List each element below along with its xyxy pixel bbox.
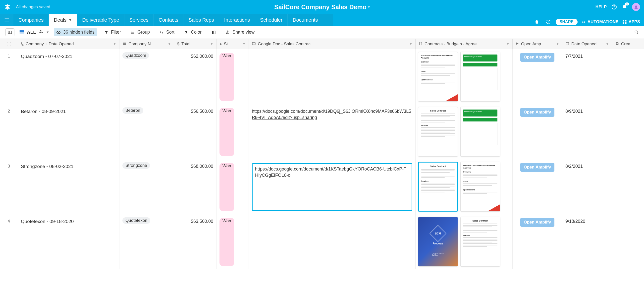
- cell-attachments[interactable]: Sales Contract Services Machine Consulta…: [416, 159, 512, 214]
- automations-button[interactable]: AUTOMATIONS: [581, 20, 618, 24]
- app-logo-icon[interactable]: [4, 4, 11, 10]
- cell-date-opened[interactable]: 8/2/2021: [562, 159, 612, 214]
- cell-date-opened[interactable]: 9/18/2020: [562, 214, 612, 269]
- column-menu-icon[interactable]: ▼: [113, 42, 116, 46]
- open-amplify-button[interactable]: Open Amplify: [520, 163, 555, 172]
- company-pill[interactable]: Betaron: [122, 107, 143, 114]
- cell-status[interactable]: Won: [216, 49, 249, 104]
- cell-amplify[interactable]: Open Amplify: [512, 214, 562, 269]
- company-pill[interactable]: Quotetexon: [122, 217, 150, 224]
- cell-total[interactable]: $63,500.00: [174, 214, 216, 269]
- cell-created[interactable]: [612, 104, 642, 159]
- base-title-dropdown-icon[interactable]: ▾: [368, 5, 370, 9]
- row-number-cell[interactable]: 3: [0, 159, 18, 214]
- tab-companies[interactable]: Companies: [14, 14, 49, 26]
- cell-google-doc[interactable]: [249, 214, 416, 269]
- cell-status[interactable]: Won: [216, 159, 249, 214]
- column-menu-icon[interactable]: ▼: [556, 42, 559, 46]
- notifications-button[interactable]: 1: [622, 4, 628, 10]
- row-number-cell[interactable]: 4: [0, 214, 18, 269]
- cell-status[interactable]: Won: [216, 214, 249, 269]
- tab-deliverable-type[interactable]: Deliverable Type: [77, 14, 124, 26]
- open-amplify-button[interactable]: Open Amplify: [520, 53, 555, 62]
- table-row[interactable]: 3 Strongzone - 08-02-2021 Strongzone $68…: [0, 159, 644, 214]
- column-menu-icon[interactable]: ▼: [409, 42, 412, 46]
- tab-deals[interactable]: Deals▼: [49, 14, 77, 26]
- table-row[interactable]: 2 Betaron - 08-09-2021 Betaron $56,500.0…: [0, 104, 644, 159]
- column-header-company-date[interactable]: fx Company + Date Opened ▼: [18, 39, 120, 49]
- tab-contacts[interactable]: Contacts: [154, 14, 184, 26]
- cell-google-doc[interactable]: [249, 49, 416, 104]
- cell-attachments[interactable]: SCM Proposal PROPOSED BYSailCore Sales C…: [416, 214, 512, 269]
- row-number-cell[interactable]: 2: [0, 104, 18, 159]
- history-icon[interactable]: [544, 18, 552, 26]
- column-menu-icon[interactable]: ▼: [242, 42, 246, 46]
- select-all-checkbox-cell[interactable]: [0, 39, 18, 49]
- company-pill[interactable]: Quadzoom: [122, 52, 149, 59]
- column-header-status[interactable]: ● St... ▼: [216, 39, 249, 49]
- google-doc-link[interactable]: https://docs.google.com/document/d/1KSTa…: [255, 166, 406, 178]
- cell-created[interactable]: [612, 49, 642, 104]
- tab-sales-reps[interactable]: Sales Reps: [184, 14, 219, 26]
- tab-services[interactable]: Services: [124, 14, 154, 26]
- column-header-total[interactable]: $ Total ... ▼: [174, 39, 216, 49]
- grid-body[interactable]: 1 Quadzoom - 07-07-2021 Quadzoom $62,000…: [0, 49, 644, 287]
- cell-company-date[interactable]: Betaron - 08-09-2021: [18, 104, 120, 159]
- cell-status[interactable]: Won: [216, 104, 249, 159]
- cell-company-date[interactable]: Strongzone - 08-02-2021: [18, 159, 120, 214]
- tab-scheduler[interactable]: Scheduler: [255, 14, 288, 26]
- cell-date-opened[interactable]: 8/9/2021: [562, 104, 612, 159]
- cell-total[interactable]: $68,000.00: [174, 159, 216, 214]
- attachment-thumbnail[interactable]: Sales Contract Services: [418, 107, 458, 156]
- cell-total[interactable]: $56,500.00: [174, 104, 216, 159]
- cell-attachments[interactable]: Machine Consultation and Market Analysis…: [416, 49, 512, 104]
- add-table-button[interactable]: [323, 14, 333, 26]
- row-number-cell[interactable]: 1: [0, 49, 18, 104]
- column-menu-icon[interactable]: ▼: [506, 42, 510, 46]
- trash-icon[interactable]: [533, 18, 541, 26]
- collaborators-icon[interactable]: [38, 29, 44, 35]
- column-menu-icon[interactable]: ▼: [606, 42, 609, 46]
- tab-interactions[interactable]: Interactions: [219, 14, 255, 26]
- cell-company-name[interactable]: Betaron: [120, 104, 174, 159]
- main-menu-button[interactable]: [0, 14, 14, 26]
- base-title[interactable]: SailCore Company Sales Demo: [274, 4, 366, 11]
- cell-total[interactable]: $62,000.00: [174, 49, 216, 104]
- table-row[interactable]: 4 Quotetexon - 09-18-2020 Quotetexon $63…: [0, 214, 644, 269]
- user-avatar[interactable]: [632, 3, 640, 11]
- toggle-sidebar-button[interactable]: [6, 28, 14, 36]
- cell-amplify[interactable]: Open Amplify: [512, 49, 562, 104]
- attachment-thumbnail[interactable]: Annual Budget Tracker: [460, 52, 500, 102]
- attachment-thumbnail[interactable]: Machine Consultation and Market Analysis…: [418, 52, 458, 102]
- tab-documents[interactable]: Documents: [288, 14, 323, 26]
- attachment-thumbnail[interactable]: Machine Consultation and Market Analysis…: [460, 162, 500, 212]
- cell-company-name[interactable]: Quadzoom: [120, 49, 174, 104]
- filter-button[interactable]: Filter: [102, 28, 124, 36]
- help-icon[interactable]: [611, 4, 617, 10]
- cell-company-name[interactable]: Strongzone: [120, 159, 174, 214]
- column-header-contracts[interactable]: Contracts - Budgets - Agree... ▼: [416, 39, 512, 49]
- cell-created[interactable]: [612, 214, 642, 269]
- attachment-thumbnail[interactable]: SCM Proposal PROPOSED BYSailCore: [418, 217, 458, 266]
- cell-company-name[interactable]: Quotetexon: [120, 214, 174, 269]
- hidden-fields-button[interactable]: 36 hidden fields: [54, 28, 97, 36]
- open-amplify-button[interactable]: Open Amplify: [520, 218, 555, 227]
- cell-google-doc[interactable]: https://docs.google.com/document/d/1KSTa…: [249, 159, 416, 214]
- share-button[interactable]: SHARE: [556, 19, 578, 25]
- cell-created[interactable]: [612, 159, 642, 214]
- attachment-thumbnail[interactable]: Sales Contract Services: [418, 162, 458, 212]
- column-header-amplify[interactable]: Open Amp... ▼: [512, 39, 562, 49]
- select-all-checkbox[interactable]: [7, 42, 11, 46]
- column-menu-icon[interactable]: ▼: [168, 42, 171, 46]
- sort-button[interactable]: Sort: [157, 28, 177, 36]
- row-height-button[interactable]: [208, 29, 218, 36]
- cell-amplify[interactable]: Open Amplify: [512, 104, 562, 159]
- group-button[interactable]: Group: [128, 28, 152, 36]
- column-menu-icon[interactable]: ▼: [210, 42, 213, 46]
- cell-google-doc[interactable]: https://docs.google.com/document/d/19DQ6…: [249, 104, 416, 159]
- cell-date-opened[interactable]: 7/7/2021: [562, 49, 612, 104]
- open-amplify-button[interactable]: Open Amplify: [520, 108, 555, 117]
- cell-company-date[interactable]: Quotetexon - 09-18-2020: [18, 214, 120, 269]
- search-button[interactable]: [633, 29, 640, 36]
- share-view-button[interactable]: Share view: [223, 28, 257, 36]
